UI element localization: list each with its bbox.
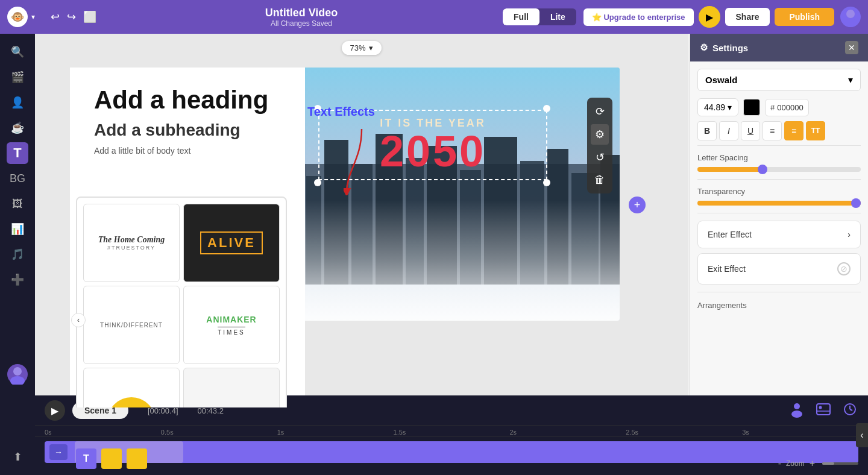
effect-card-placeholder[interactable] [183,368,280,407]
zoom-slider[interactable] [822,462,858,465]
effect-card-homecoming[interactable]: The Home Coming #TRUESTORY [83,204,180,282]
divider-1 [697,145,861,146]
zoom-controls: - Zoom + [778,458,858,469]
settings-gear-icon: ⚙ [700,42,708,53]
effect-card-alive[interactable]: ALIVE [183,204,280,282]
sidebar-item-props[interactable]: ☕ [7,117,28,139]
selection-handle-bl[interactable] [314,179,321,186]
sidebar-item-characters[interactable]: 👤 [7,92,28,113]
think-text: THINK/DIFFERENT [100,322,163,329]
bold-button[interactable]: B [697,121,717,140]
divider-4 [697,292,861,292]
exit-effect-row[interactable]: Exit Effect ⊘ [697,253,861,285]
settings-close-button[interactable]: ✕ [845,41,858,54]
left-sidebar: 🔍 🎬 👤 ☕ T BG 🖼 📊 🎵 ➕ ⬆ [0,34,35,475]
timeline-collapse-button[interactable]: ‹ [856,423,868,447]
exit-effect-icon: ⊘ [837,262,851,275]
popup-back-button[interactable]: ‹ [71,313,86,327]
letter-spacing-slider[interactable] [697,167,861,172]
timeline-character-icon[interactable] [788,401,805,421]
publish-button[interactable]: Publish [775,8,834,26]
letter-spacing-section: Letter Spacing [697,153,861,172]
canvas-area: 73% ▾ Add a heading Add a subheading Add… [35,34,688,407]
svg-point-1 [843,19,858,27]
timeline-play-button[interactable]: ▶ [45,400,65,421]
color-swatch[interactable] [743,99,760,116]
timeline-ruler: 0s 0.5s 1s 1.5s 2s 2.5s 3s [35,426,868,436]
effect-card-animaker[interactable]: ANIMAKER TIMES [183,286,280,364]
ruler-marks: 0s 0.5s 1s 1.5s 2s 2.5s 3s [35,429,868,436]
italic-button[interactable]: I [719,121,738,140]
mode-full-button[interactable]: Full [503,8,539,25]
settings-icon-button[interactable]: ⚙ [591,124,609,145]
refresh-icon-button[interactable]: ↺ [591,147,609,168]
element-yellow-1[interactable] [101,448,122,469]
sidebar-item-upload[interactable]: ⬆ [7,446,28,468]
ruler-15s: 1.5s [394,429,510,436]
transparency-label: Transparency [697,187,861,196]
text-transform-button[interactable]: TT [806,121,825,140]
underline-button[interactable]: U [741,121,760,140]
font-size-selector[interactable]: 44.89 ▾ [697,98,738,116]
selection-handle-tr[interactable] [543,105,550,112]
timeline-duration-icon[interactable] [841,401,858,421]
sidebar-item-media[interactable]: 🖼 [7,193,28,215]
mode-lite-button[interactable]: Lite [539,8,576,25]
svg-point-2 [13,367,22,376]
sidebar-item-more[interactable]: ➕ [7,269,28,291]
svg-point-0 [846,10,855,18]
align-button[interactable]: ≡ [784,121,804,140]
preview-subheading: Add a subheading [94,121,281,140]
enter-effect-row[interactable]: Enter Effect › [697,221,861,248]
enter-effect-label: Enter Effect [708,230,752,239]
svg-rect-21 [817,404,830,415]
divider-3 [697,213,861,213]
share-button[interactable]: Share [725,8,770,26]
color-hex-input[interactable]: # 000000 [765,99,809,116]
clone-button[interactable]: ⬜ [80,8,100,26]
transparency-slider[interactable] [697,201,861,206]
main-track[interactable]: → [45,441,858,463]
play-button[interactable]: ▶ [699,6,720,28]
selection-handle-br[interactable] [543,179,550,186]
sidebar-item-scenes[interactable]: 🎬 [7,66,28,88]
share-icon-button[interactable]: ⟳ [591,101,609,122]
effect-card-justin[interactable]: JUSTIN [83,368,180,407]
zoom-minus-icon[interactable]: - [778,458,781,469]
ruler-25s: 2.5s [626,429,742,436]
sidebar-item-music[interactable]: 🎵 [7,244,28,265]
list-button[interactable]: ≡ [763,121,782,140]
delete-icon-button[interactable]: 🗑 [591,170,609,190]
text-effects-label: Text Effects [307,105,375,119]
sidebar-item-background[interactable]: BG [7,168,28,189]
effects-grid: The Home Coming #TRUESTORY ALIVE THINK/D… [83,204,280,407]
effect-card-think[interactable]: THINK/DIFFERENT [83,286,180,364]
divider-2 [697,179,861,180]
zoom-dropdown-icon[interactable]: ▾ [369,43,373,52]
undo-button[interactable]: ↩ [47,8,63,26]
add-element-button[interactable]: + [629,197,646,213]
arrangements-label: Arrangements [697,301,747,310]
times-text: TIMES [218,327,245,336]
video-title: Untitled Video [100,7,503,19]
mode-toggle: Full Lite [503,8,576,25]
sidebar-item-charts[interactable]: 📊 [7,218,28,240]
zoom-plus-icon[interactable]: + [810,458,815,469]
text-element-t[interactable]: T [76,448,96,469]
user-avatar-sidebar[interactable] [7,364,28,385]
redo-button[interactable]: ↪ [63,8,80,26]
zoom-level: 73% [350,43,365,52]
track-start-handle[interactable]: → [49,444,68,460]
sidebar-item-search[interactable]: 🔍 [7,41,28,63]
element-yellow-2[interactable] [127,448,147,469]
text-effects-title: Text Effects [307,105,375,118]
animaker-text: ANIMAKER [206,315,256,324]
font-selector[interactable]: Oswald ▾ [697,69,861,91]
upgrade-button[interactable]: ⭐ Upgrade to enterprise [583,8,694,26]
video-context-menu: ⟳ ⚙ ↺ 🗑 [587,98,612,193]
timeline-scene-icon[interactable] [815,401,832,421]
sidebar-item-text[interactable]: T [7,142,28,164]
fog-layer [270,200,620,321]
alive-text: ALIVE [200,231,263,254]
zoom-indicator[interactable]: 73% ▾ [341,41,381,55]
